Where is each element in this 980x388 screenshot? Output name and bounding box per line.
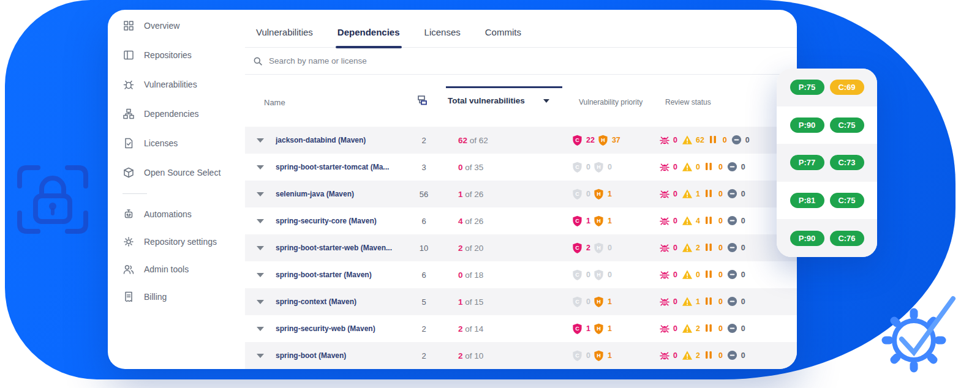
table-header: Name Total vulnerabilities Vulnerability… (245, 75, 797, 127)
page: OverviewRepositoriesVulnerabilitiesDepen… (0, 0, 980, 388)
sidebar-item-open-source-select[interactable]: Open Source Select (108, 158, 245, 187)
vulnerability-priority-cell: C22H37 (572, 135, 644, 146)
sidebar-item-label: Overview (144, 21, 179, 31)
vulnerability-priority-cell: C0H1 (572, 350, 644, 361)
robot-icon (123, 208, 135, 220)
sidebar-item-billing[interactable]: Billing (108, 283, 245, 310)
search-input[interactable]: Search by name or license (269, 56, 367, 65)
dependency-link[interactable]: spring-security-core (Maven) (276, 217, 405, 225)
bug-icon (659, 323, 670, 334)
sidebar-divider (123, 193, 147, 194)
sidebar-item-label: Dependencies (144, 109, 199, 119)
dependency-link[interactable]: spring-boot (Maven) (276, 351, 405, 360)
warning-icon (682, 162, 693, 173)
sidebar-item-vulnerabilities[interactable]: Vulnerabilities (108, 70, 245, 99)
review-status-cell: 0000 (659, 162, 745, 173)
dependency-link[interactable]: spring-boot-starter-tomcat (Ma... (276, 163, 405, 171)
column-review-status[interactable]: Review status (665, 98, 711, 106)
sort-caret-icon[interactable] (543, 99, 549, 103)
tab-licenses[interactable]: Licenses (423, 27, 462, 47)
sidebar-item-admin-tools[interactable]: Admin tools (108, 255, 245, 283)
expand-chevron-icon[interactable] (257, 354, 264, 358)
expand-chevron-icon[interactable] (257, 300, 264, 304)
table-row[interactable]: spring-boot (Maven)22 of 10C0H10200 (245, 342, 797, 369)
table-row[interactable]: spring-security-core (Maven)64 of 26C1H1… (245, 207, 797, 234)
total-vulnerabilities-cell: 2 of 20 (458, 244, 538, 253)
svg-text:C: C (575, 326, 579, 332)
dependency-link[interactable]: spring-security-web (Maven) (276, 324, 405, 333)
dependency-link[interactable]: spring-boot-starter-web (Maven... (276, 244, 405, 252)
column-total-vulnerabilities[interactable]: Total vulnerabilities (448, 96, 549, 105)
dependency-count: 2 (405, 351, 442, 360)
dependency-count: 2 (405, 136, 442, 145)
contributors-score-badge: C:75 (830, 193, 864, 208)
popularity-score-badge: P:81 (790, 193, 824, 208)
table-row[interactable]: spring-boot-starter-web (Maven...102 of … (245, 234, 797, 261)
dependency-link[interactable]: selenium-java (Maven) (276, 190, 405, 198)
expand-chevron-icon[interactable] (257, 327, 264, 331)
tree-view-icon[interactable] (417, 94, 428, 106)
dependency-link[interactable]: jackson-databind (Maven) (276, 136, 405, 144)
column-name[interactable]: Name (264, 98, 285, 107)
gear-icon (123, 236, 135, 248)
paused-icon (704, 162, 715, 173)
sidebar-item-repositories[interactable]: Repositories (108, 40, 245, 70)
table-row[interactable]: jackson-databind (Maven)262 of 62C22H370… (245, 127, 797, 154)
svg-text:H: H (597, 299, 601, 305)
vulnerability-priority-cell: C0H1 (572, 188, 644, 200)
total-vulnerabilities-cell: 1 of 26 (458, 190, 538, 199)
critical-shield-icon: C (572, 215, 583, 226)
tab-commits[interactable]: Commits (483, 27, 523, 47)
svg-text:C: C (575, 218, 579, 224)
snoozed-icon (727, 242, 738, 253)
sidebar-item-overview[interactable]: Overview (108, 11, 245, 40)
score-row: P:81C:75 (777, 182, 877, 220)
table-row[interactable]: spring-boot-starter (Maven)60 of 18C0H00… (245, 261, 797, 288)
critical-shield-icon: C (572, 296, 583, 307)
table-row[interactable]: selenium-java (Maven)561 of 26C0H10100 (245, 181, 797, 207)
tab-dependencies[interactable]: Dependencies (336, 27, 402, 47)
expand-chevron-icon[interactable] (257, 246, 264, 250)
bug-icon (659, 188, 670, 200)
expand-chevron-icon[interactable] (257, 192, 264, 196)
expand-chevron-icon[interactable] (257, 219, 264, 223)
svg-text:H: H (597, 272, 601, 278)
tab-vulnerabilities[interactable]: Vulnerabilities (254, 27, 315, 47)
sidebar-item-repository-settings[interactable]: Repository settings (108, 228, 245, 255)
svg-text:H: H (597, 326, 601, 332)
snoozed-icon (727, 188, 738, 200)
table-row[interactable]: spring-context (Maven)51 of 15C0H10100 (245, 288, 797, 315)
snoozed-icon (727, 269, 738, 280)
dependency-link[interactable]: spring-context (Maven) (276, 297, 405, 306)
warning-icon (682, 350, 693, 361)
score-row: P:75C:69 (777, 69, 877, 106)
bug-icon (659, 350, 670, 361)
expand-chevron-icon[interactable] (257, 138, 264, 143)
snoozed-icon (727, 350, 738, 361)
sidebar-item-automations[interactable]: Automations (108, 200, 245, 228)
popularity-score-badge: P:90 (790, 231, 824, 246)
expand-chevron-icon[interactable] (257, 165, 264, 170)
svg-text:C: C (575, 353, 579, 359)
table-row[interactable]: spring-boot-starter-tomcat (Ma...30 of 3… (245, 154, 797, 181)
lock-icon (13, 160, 92, 239)
review-status-cell: 0100 (659, 296, 745, 307)
total-vulnerabilities-cell: 0 of 18 (458, 270, 538, 280)
dependency-count: 3 (405, 163, 442, 172)
paused-icon (704, 242, 715, 253)
search-bar[interactable]: Search by name or license (245, 48, 797, 75)
sidebar-item-licenses[interactable]: Licenses (108, 129, 245, 158)
sorted-column-indicator (446, 86, 562, 88)
column-vulnerability-priority[interactable]: Vulnerability priority (579, 98, 643, 106)
sidebar-item-label: Admin tools (144, 264, 189, 274)
dependency-count: 6 (405, 270, 442, 280)
total-vulnerabilities-cell: 2 of 14 (458, 324, 538, 334)
review-status-cell: 0200 (659, 350, 745, 361)
score-row: P:90C:76 (777, 219, 877, 257)
sidebar-item-dependencies[interactable]: Dependencies (108, 99, 245, 129)
svg-text:H: H (597, 191, 601, 197)
table-row[interactable]: spring-security-web (Maven)22 of 14C1H10… (245, 315, 797, 342)
dependency-link[interactable]: spring-boot-starter (Maven) (276, 270, 405, 279)
expand-chevron-icon[interactable] (257, 273, 264, 277)
sidebar-item-label: Vulnerabilities (144, 80, 197, 89)
